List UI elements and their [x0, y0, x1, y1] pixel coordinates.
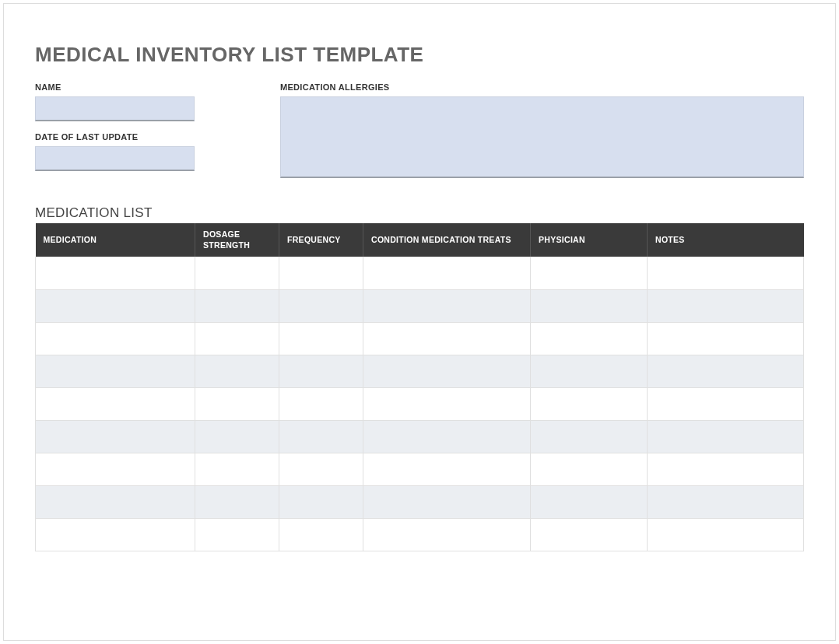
cell-dosage[interactable]	[195, 420, 279, 453]
cell-notes[interactable]	[648, 387, 804, 420]
medication-list-label: MEDICATION LIST	[35, 205, 804, 221]
name-label: NAME	[35, 82, 195, 92]
cell-frequency[interactable]	[279, 453, 363, 485]
cell-dosage[interactable]	[195, 485, 279, 518]
cell-medication[interactable]	[36, 387, 195, 420]
page-title: MEDICAL INVENTORY LIST TEMPLATE	[35, 43, 804, 67]
left-column: NAME DATE OF LAST UPDATE	[35, 82, 195, 182]
cell-notes[interactable]	[648, 355, 804, 387]
cell-notes[interactable]	[648, 453, 804, 485]
cell-condition[interactable]	[363, 355, 531, 387]
cell-condition[interactable]	[363, 387, 531, 420]
cell-physician[interactable]	[531, 420, 648, 453]
allergies-input[interactable]	[280, 96, 804, 178]
cell-condition[interactable]	[363, 453, 531, 485]
cell-frequency[interactable]	[279, 355, 363, 387]
cell-frequency[interactable]	[279, 485, 363, 518]
page-container: MEDICAL INVENTORY LIST TEMPLATE NAME DAT…	[3, 3, 836, 641]
header-medication: MEDICATION	[36, 223, 195, 257]
header-notes: NOTES	[648, 223, 804, 257]
cell-medication[interactable]	[36, 453, 195, 485]
table-row	[36, 257, 804, 289]
cell-physician[interactable]	[531, 518, 648, 551]
cell-medication[interactable]	[36, 518, 195, 551]
cell-notes[interactable]	[648, 420, 804, 453]
header-frequency: FREQUENCY	[279, 223, 363, 257]
cell-condition[interactable]	[363, 322, 531, 355]
header-physician: PHYSICIAN	[531, 223, 648, 257]
cell-physician[interactable]	[531, 289, 648, 322]
cell-dosage[interactable]	[195, 355, 279, 387]
cell-physician[interactable]	[531, 387, 648, 420]
right-column: MEDICATION ALLERGIES	[280, 82, 804, 182]
cell-frequency[interactable]	[279, 322, 363, 355]
cell-notes[interactable]	[648, 322, 804, 355]
cell-dosage[interactable]	[195, 387, 279, 420]
table-row	[36, 453, 804, 485]
table-row	[36, 355, 804, 387]
table-row	[36, 387, 804, 420]
cell-dosage[interactable]	[195, 322, 279, 355]
cell-physician[interactable]	[531, 322, 648, 355]
table-row	[36, 420, 804, 453]
cell-dosage[interactable]	[195, 518, 279, 551]
cell-medication[interactable]	[36, 289, 195, 322]
date-label: DATE OF LAST UPDATE	[35, 132, 195, 142]
cell-medication[interactable]	[36, 257, 195, 289]
cell-frequency[interactable]	[279, 387, 363, 420]
cell-frequency[interactable]	[279, 257, 363, 289]
cell-medication[interactable]	[36, 485, 195, 518]
table-row	[36, 518, 804, 551]
cell-condition[interactable]	[363, 485, 531, 518]
cell-dosage[interactable]	[195, 257, 279, 289]
cell-physician[interactable]	[531, 453, 648, 485]
cell-condition[interactable]	[363, 420, 531, 453]
allergies-label: MEDICATION ALLERGIES	[280, 82, 804, 92]
table-row	[36, 322, 804, 355]
cell-physician[interactable]	[531, 485, 648, 518]
cell-notes[interactable]	[648, 518, 804, 551]
name-input[interactable]	[35, 96, 195, 121]
cell-frequency[interactable]	[279, 420, 363, 453]
header-fields: NAME DATE OF LAST UPDATE MEDICATION ALLE…	[35, 82, 804, 182]
table-row	[36, 289, 804, 322]
header-dosage: DOSAGE STRENGTH	[195, 223, 279, 257]
cell-notes[interactable]	[648, 289, 804, 322]
cell-physician[interactable]	[531, 355, 648, 387]
cell-dosage[interactable]	[195, 453, 279, 485]
cell-condition[interactable]	[363, 289, 531, 322]
cell-frequency[interactable]	[279, 518, 363, 551]
cell-condition[interactable]	[363, 518, 531, 551]
header-condition: CONDITION MEDICATION TREATS	[363, 223, 531, 257]
cell-medication[interactable]	[36, 322, 195, 355]
cell-medication[interactable]	[36, 420, 195, 453]
table-row	[36, 485, 804, 518]
cell-frequency[interactable]	[279, 289, 363, 322]
table-header-row: MEDICATION DOSAGE STRENGTH FREQUENCY CON…	[36, 223, 804, 257]
cell-physician[interactable]	[531, 257, 648, 289]
date-input[interactable]	[35, 146, 195, 171]
cell-notes[interactable]	[648, 485, 804, 518]
cell-condition[interactable]	[363, 257, 531, 289]
cell-notes[interactable]	[648, 257, 804, 289]
medication-table: MEDICATION DOSAGE STRENGTH FREQUENCY CON…	[35, 223, 804, 551]
cell-medication[interactable]	[36, 355, 195, 387]
cell-dosage[interactable]	[195, 289, 279, 322]
